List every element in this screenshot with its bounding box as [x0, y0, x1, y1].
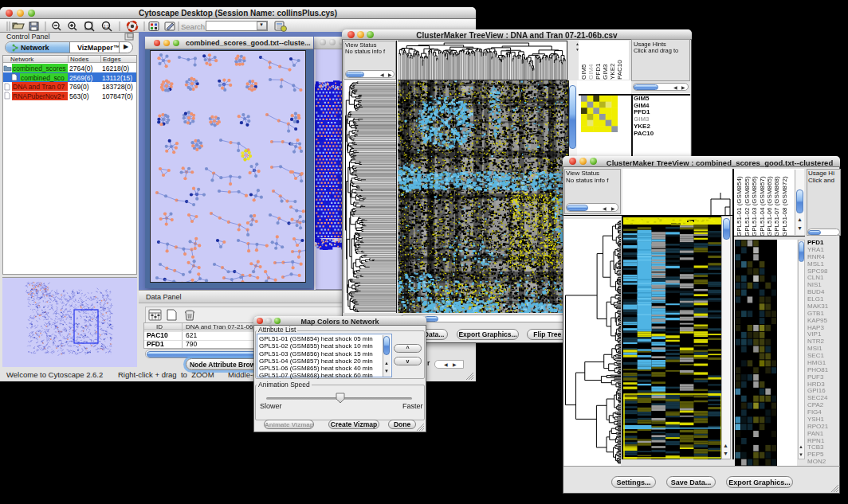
svg-text:1:1: 1:1	[104, 24, 109, 29]
